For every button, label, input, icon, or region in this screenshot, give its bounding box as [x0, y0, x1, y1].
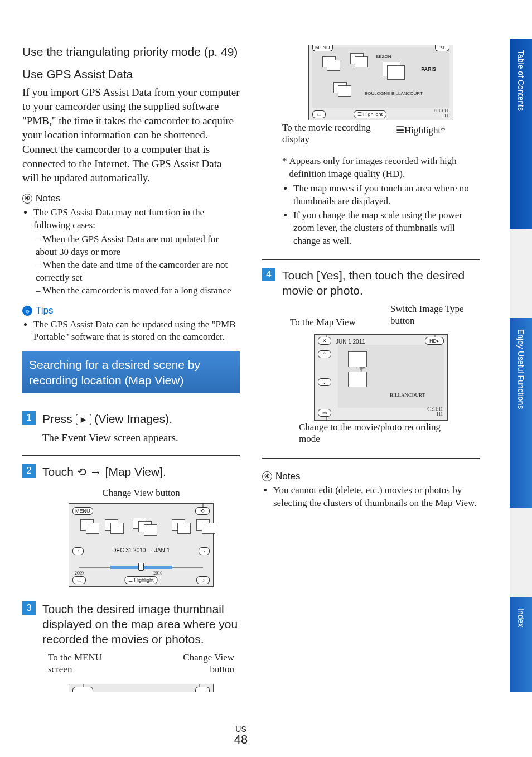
up-button-shot4: ⌃ [318, 350, 331, 358]
tab-functions[interactable]: Enjoy Useful Functions [510, 318, 532, 508]
next-button-shot: › [199, 547, 210, 555]
note-subitem: When the camcorder is moved for a long d… [36, 285, 240, 297]
step-number-2: 2 [22, 464, 36, 478]
map-label: PARIS [421, 66, 436, 72]
step-2: 2 Touch ⟲ → [Map View]. Change View butt… [22, 456, 240, 601]
step-1-body: The Event View screen appears. [42, 431, 240, 445]
callout-menu: To the MENU screen [48, 652, 109, 676]
tab-toc[interactable]: Table of Contents [510, 39, 532, 229]
note-subitem: When the date and time of the camcorder … [36, 259, 240, 285]
page-number: US 48 [0, 725, 482, 746]
change-view-button-shot: ⟲ [195, 507, 210, 515]
rec-button-shot3: ▭ [312, 110, 326, 118]
tips-icon: ☼ [22, 306, 32, 316]
counter: 01:10:11 111 [433, 108, 448, 118]
callout-changeview: Change View button [167, 652, 234, 676]
map-label: BOULOGNE-BILLANCOURT [365, 91, 423, 96]
date-label: JUN 1 2011 [336, 339, 365, 345]
step-4-title: Touch [Yes], then touch the desired movi… [282, 268, 480, 298]
map-label: BEZON [376, 54, 391, 59]
notes-label: Notes [36, 193, 60, 204]
step-3-title: Touch the desired image thumbnail displa… [42, 601, 240, 647]
step-3-footnote: *Appears only for images recorded with h… [282, 155, 480, 181]
note-item: The GPS Assist Data may not function in … [33, 206, 240, 232]
callout-mapview: To the Map View [290, 316, 368, 328]
map-detail-screenshot: ✕ JUN 1 2011 HD ▸ ⌃ ⌄ ▭ ☞ BILLANCOURT 01… [314, 334, 448, 421]
mode-button-shot: ☼ [196, 576, 210, 584]
step-2-callout: Change View button [42, 488, 240, 499]
tab-spacer [510, 229, 532, 318]
menu-button-shot: MENU [72, 507, 93, 515]
step-2-title: Touch ⟲ → [Map View]. [42, 464, 240, 481]
map-label: BILLANCOURT [390, 392, 425, 398]
timeline-bar: 2009 2010 [79, 563, 203, 572]
close-button-shot4: ✕ [318, 337, 331, 345]
step-1: 1 Press ▶ (View Images). The Event View … [22, 403, 240, 456]
highlight-clip-icon: ☰ [396, 125, 404, 136]
section-bar-map-view: Searching for a desired scene by recordi… [22, 351, 240, 393]
tips-label: Tips [36, 305, 54, 316]
arrow-icon: → [90, 465, 102, 479]
down-button-shot4: ⌄ [318, 378, 331, 386]
callout-switchtype: Switch Image Type button [390, 303, 480, 327]
rec-button-shot: ▭ [72, 576, 86, 584]
notes-icon: ④ [22, 194, 32, 204]
tab-index[interactable]: Index [510, 597, 532, 692]
step-3-bullet: The map moves if you touch an area where… [293, 182, 480, 208]
notes-icon: ④ [262, 471, 272, 481]
tip-item: The GPS Assist Data can be updated using… [33, 319, 240, 344]
step-number-1: 1 [22, 411, 36, 425]
event-view-screenshot: MENU ⟲ ‹ DEC 31 2010 → JAN-1 › [69, 503, 214, 587]
rec-button-shot4: ▭ [318, 409, 331, 417]
type-button-shot4: HD ▸ [425, 337, 444, 345]
step-number-3: 3 [22, 601, 36, 615]
step-1-title: Press ▶ (View Images). [42, 411, 240, 426]
date-display: DEC 31 2010 → JAN-1 [112, 547, 170, 553]
highlight-button-shot3: ☰Highlight [354, 110, 386, 118]
counter: 01:11:11 111 [427, 407, 443, 417]
tab-spacer [510, 508, 532, 597]
notes-heading-1: ④ Notes [22, 193, 240, 204]
side-tabs: Table of Contents Enjoy Useful Functions… [510, 39, 532, 692]
gps-assist-body: If you import GPS Assist Data from your … [22, 85, 240, 185]
callout-recmode: Change to the movie/photo recording mode [299, 421, 444, 445]
callout-highlight: ☰Highlight* [396, 124, 474, 136]
step-4: 4 Touch [Yes], then touch the desired mo… [262, 259, 480, 458]
highlight-button-shot: ☰Highlight [124, 576, 157, 584]
step-number-4: 4 [262, 268, 275, 281]
prev-button-shot: ‹ [72, 547, 84, 555]
triangulating-heading: Use the triangulating priority mode (p. … [22, 45, 240, 59]
callout-rec: To the movie recording display [282, 122, 377, 146]
note-subitem: When the GPS Assist Data are not updated… [36, 233, 240, 259]
gps-assist-heading: Use GPS Assist Data [22, 67, 240, 81]
change-view-icon: ⟲ [77, 466, 86, 478]
notes-label: Notes [275, 471, 300, 482]
notes-heading-2: ④ Notes [262, 471, 480, 482]
step-3-bullet: If you change the map scale using the po… [293, 209, 480, 248]
note-item: You cannot edit (delete, etc.) movies or… [273, 484, 480, 510]
view-images-icon: ▶ [76, 414, 91, 425]
tips-heading: ☼ Tips [22, 305, 240, 316]
